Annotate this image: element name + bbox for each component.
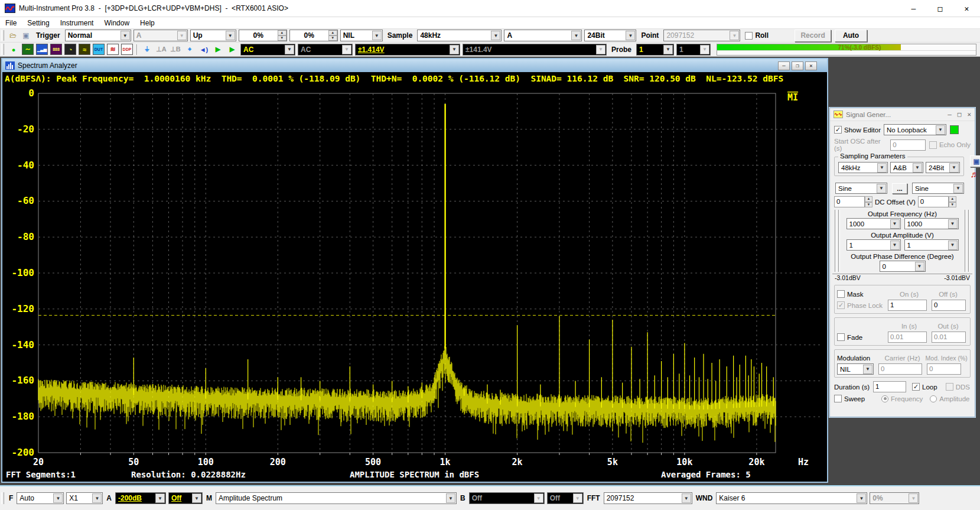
- auto-button[interactable]: Auto: [835, 30, 867, 42]
- device-under-test-icon[interactable]: DUT: [93, 44, 105, 55]
- spectrum-3d-plot-icon[interactable]: ≋: [107, 44, 119, 55]
- window-function-combo[interactable]: Kaiser 6▼: [716, 492, 867, 504]
- b-range-combo[interactable]: Off▼: [469, 492, 545, 504]
- more-waveform-button[interactable]: ...: [892, 183, 907, 194]
- amplitude-slider-b2[interactable]: [965, 210, 966, 272]
- phase-lock-checkbox[interactable]: ✓Phase Lock: [837, 301, 888, 309]
- maximize-button[interactable]: □: [927, 0, 953, 17]
- toolbar-handle[interactable]: [1, 492, 4, 504]
- spectrum-minimize-button[interactable]: —: [778, 61, 790, 70]
- range-b-combo[interactable]: ±141.4V▼: [463, 44, 607, 56]
- duration-field[interactable]: 1: [873, 381, 906, 392]
- echo-only-checkbox[interactable]: Echo Only: [929, 141, 971, 149]
- trigger-source-combo[interactable]: A▼: [134, 30, 188, 41]
- hold-off-icon[interactable]: ⏚: [141, 44, 153, 55]
- a-ref-combo[interactable]: Off▼: [168, 492, 203, 504]
- minimize-button[interactable]: —: [900, 0, 927, 17]
- menu-file[interactable]: File: [0, 18, 22, 28]
- menu-instrument[interactable]: Instrument: [55, 18, 99, 28]
- dc-offset-a-field[interactable]: 0: [834, 196, 865, 207]
- bit-depth-combo[interactable]: 24Bit▼: [584, 30, 636, 41]
- sample-rate-combo[interactable]: 48kHz▼: [417, 30, 502, 41]
- play-loop-icon[interactable]: ▶: [226, 44, 238, 55]
- display-mode-combo[interactable]: Amplitude Spectrum▼: [216, 492, 457, 504]
- sample-channel-combo[interactable]: A▼: [504, 30, 582, 41]
- open-file-icon[interactable]: 🗁: [7, 30, 19, 41]
- zoom-combo[interactable]: X1▼: [66, 492, 103, 504]
- oscilloscope-run-icon[interactable]: ●: [8, 44, 19, 55]
- frequency-b-combo[interactable]: 1000▼: [904, 218, 959, 229]
- mask-checkbox[interactable]: Mask: [837, 290, 888, 298]
- probe-b-combo[interactable]: 1▼: [676, 44, 711, 56]
- ddp-viewer-icon[interactable]: DDP: [121, 44, 133, 55]
- mask-off-field[interactable]: 0: [932, 300, 966, 311]
- sweep-frequency-radio[interactable]: Frequency: [881, 395, 923, 402]
- save-file-icon[interactable]: ▣: [20, 30, 32, 41]
- menu-help[interactable]: Help: [135, 18, 160, 28]
- dc-offset-a-spinner[interactable]: ▲▼: [865, 196, 872, 207]
- amplitude-a-combo[interactable]: 1▼: [846, 239, 901, 251]
- mod-index-field[interactable]: 0: [927, 363, 961, 375]
- freq-axis-combo[interactable]: Auto▼: [17, 492, 64, 504]
- amplitude-slider-a[interactable]: [835, 210, 836, 272]
- coupling-a-combo[interactable]: AC▼: [240, 44, 295, 56]
- signal-generator-icon[interactable]: ∼: [22, 44, 34, 55]
- device-test-plan-icon[interactable]: ◔: [64, 44, 76, 55]
- frequency-a-combo[interactable]: 1000▼: [846, 218, 901, 229]
- amplitude-slider-a2[interactable]: [838, 210, 840, 272]
- siggen-channels-combo[interactable]: A&B▼: [890, 162, 923, 173]
- start-osc-field[interactable]: 0: [890, 139, 926, 151]
- amplitude-slider-b[interactable]: [968, 210, 970, 272]
- sound-pickup-icon[interactable]: ⌖: [184, 44, 196, 55]
- overlap-combo[interactable]: 0%▼: [870, 492, 919, 504]
- modulation-type-combo[interactable]: NIL▼: [837, 363, 874, 375]
- waveform-b-combo[interactable]: Sine▼: [912, 183, 964, 194]
- oscillator-run-button[interactable]: [950, 125, 959, 134]
- menu-setting[interactable]: Setting: [22, 18, 54, 28]
- trigger-hpf-combo[interactable]: NIL▼: [340, 30, 383, 41]
- signal-generator-title-bar[interactable]: ∿∿ Signal Gener... — □ ✕: [830, 108, 975, 121]
- trigger-level-spinner[interactable]: 0%▲▼: [239, 30, 287, 41]
- fade-in-field[interactable]: 0.01: [888, 332, 927, 343]
- probe-a-icon[interactable]: ⊥A: [155, 44, 167, 55]
- menu-window[interactable]: Window: [99, 18, 135, 28]
- toolbar-handle[interactable]: [1, 30, 4, 41]
- show-editor-checkbox[interactable]: ✓Show Editor: [834, 126, 881, 134]
- multimeter-icon[interactable]: 888: [50, 44, 62, 55]
- loop-checkbox[interactable]: ✓Loop: [912, 383, 937, 391]
- dc-offset-b-spinner[interactable]: ▲▼: [949, 196, 956, 207]
- music-notes-icon[interactable]: ♬: [968, 169, 980, 179]
- siggen-close-button[interactable]: ✕: [967, 111, 971, 118]
- loopback-combo[interactable]: No Loopback▼: [884, 124, 946, 135]
- spectrum-restore-button[interactable]: ❐: [792, 61, 803, 70]
- probe-a-combo[interactable]: 1▼: [636, 44, 674, 56]
- siggen-sample-rate-combo[interactable]: 48kHz▼: [838, 162, 888, 173]
- dc-offset-b-field[interactable]: 0: [918, 196, 949, 207]
- range-a-combo[interactable]: ±1.414V▼: [355, 44, 460, 56]
- roll-checkbox[interactable]: Roll: [745, 31, 769, 40]
- record-length-combo[interactable]: 2097152▼: [663, 30, 740, 41]
- sweep-checkbox[interactable]: Sweep: [834, 395, 881, 402]
- toolbar-handle[interactable]: [1, 44, 4, 56]
- b-ref-combo[interactable]: Off▼: [547, 492, 584, 504]
- coupling-b-combo[interactable]: AC▼: [298, 44, 353, 56]
- siggen-minimize-button[interactable]: —: [948, 111, 952, 118]
- a-range-combo[interactable]: -200dB▼: [115, 492, 166, 504]
- speaker-icon[interactable]: ◄): [198, 44, 210, 55]
- dds-checkbox[interactable]: DDS: [946, 383, 970, 391]
- phase-combo[interactable]: 0▼: [880, 261, 926, 272]
- close-button[interactable]: ✕: [953, 0, 980, 17]
- trigger-mode-combo[interactable]: Normal▼: [65, 30, 131, 41]
- fade-out-field[interactable]: 0.01: [932, 332, 966, 343]
- spectrum-title-bar[interactable]: Spectrum Analyzer — ❐ ✕: [2, 59, 827, 72]
- play-icon[interactable]: ▶: [212, 44, 224, 55]
- dual-display-icon[interactable]: ≈: [79, 44, 90, 55]
- waveform-a-combo[interactable]: Sine▼: [835, 183, 887, 194]
- amplitude-b-combo[interactable]: 1▼: [904, 239, 959, 251]
- spectrum-analyzer-icon[interactable]: ▁▃▅: [36, 44, 48, 55]
- sweep-amplitude-radio[interactable]: Amplitude: [930, 395, 969, 402]
- mask-on-field[interactable]: 1: [888, 300, 927, 311]
- trigger-edge-combo[interactable]: Up▼: [190, 30, 236, 41]
- fade-checkbox[interactable]: Fade: [837, 333, 888, 341]
- carrier-field[interactable]: 0: [878, 363, 922, 375]
